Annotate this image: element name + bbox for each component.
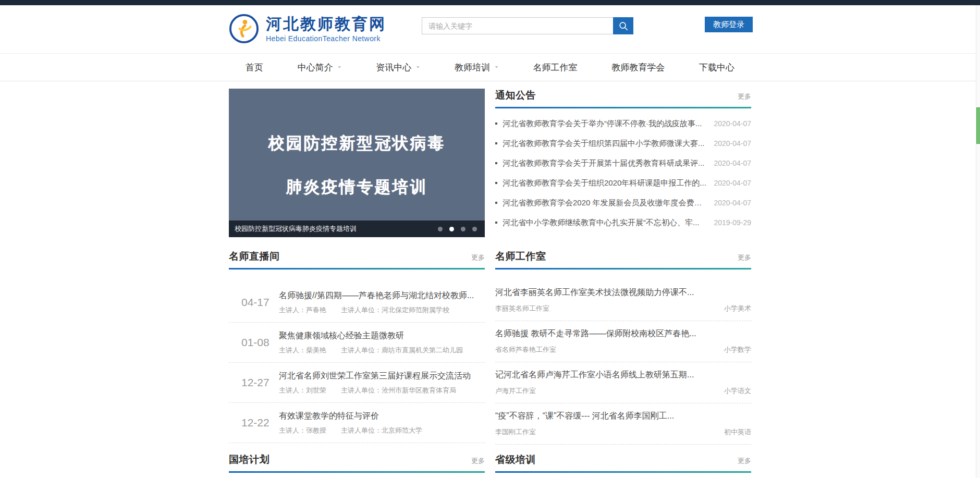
carousel-dot-active[interactable] <box>449 227 454 231</box>
live-item[interactable]: 04-17 名师驰援//第四期——芦春艳老师与湖北结对校教师... 主讲人：芦春… <box>229 283 485 323</box>
carousel-dots <box>438 227 477 231</box>
notice-date: 2020-04-07 <box>714 179 751 187</box>
bullet-icon <box>495 202 497 204</box>
chevron-down-icon: ▼ <box>415 65 420 69</box>
chevron-down-icon: ▼ <box>337 65 342 69</box>
banner-title-line1: 校园防控新型冠状病毒 <box>229 132 485 154</box>
site-title: 河北教师教育网 <box>266 15 386 33</box>
studio-list: 河北省李丽英名师工作室美术技法微视频助力停课不... 李丽英名师工作室 小学美术… <box>495 280 751 445</box>
nav-item-download-center[interactable]: 下载中心 <box>699 62 734 73</box>
notice-text: 河北省教师教育学会2020 年发展新会员及收缴年度会费的... <box>503 198 714 208</box>
studio-item[interactable]: 名师驰援 教研不走寻常路——保师附校南校区芦春艳... 省名师芦春艳工作室 小学… <box>495 321 751 362</box>
national-training-section: 国培计划 更多 <box>229 453 485 473</box>
bullet-icon <box>495 142 497 144</box>
banner-title-line2: 肺炎疫情专题培训 <box>229 176 485 198</box>
notice-item[interactable]: 河北省教师教育学会关于开展第十届优秀教育科研成果评... 2020-04-07 <box>495 153 751 173</box>
live-item-title: 名师驰援//第四期——芦春艳老师与湖北结对校教师... <box>279 290 485 301</box>
notice-item[interactable]: 河北省中小学教师继续教育中心扎实开展“不忘初心、牢... 2019-09-29 <box>495 213 751 232</box>
live-speaker: 主讲人：张教授 <box>279 426 326 435</box>
teacher-login-button[interactable]: 教师登录 <box>705 17 753 32</box>
notice-text: 河北省中小学教师继续教育中心扎实开展“不忘初心、牢... <box>503 218 714 228</box>
national-training-more-link[interactable]: 更多 <box>471 456 485 465</box>
logo-emblem-icon <box>229 14 259 44</box>
bullet-icon <box>495 182 497 184</box>
search-input[interactable] <box>422 17 613 34</box>
live-item[interactable]: 12-27 河北省名师刘世荣工作室第三届好课程展示交流活动 主讲人：刘世荣 主讲… <box>229 363 485 403</box>
search-box <box>422 17 633 34</box>
studio-item[interactable]: 记河北省名师卢海芹工作室小语名师线上教研第五期... 卢海芹工作室 小学语文 <box>495 362 751 403</box>
notices-title: 通知公告 <box>495 89 536 102</box>
provincial-training-section: 省级培训 更多 <box>495 453 751 473</box>
live-broadcast-section: 名师直播间 更多 04-17 名师驰援//第四期——芦春艳老师与湖北结对校教师.… <box>229 250 485 443</box>
live-title: 名师直播间 <box>229 250 280 263</box>
live-speaker: 主讲人：芦春艳 <box>279 305 326 314</box>
notice-date: 2020-04-07 <box>714 199 751 207</box>
browser-top-strip <box>0 0 980 5</box>
scrollbar-thumb[interactable] <box>976 107 980 144</box>
nav-label: 中心简介 <box>298 62 333 73</box>
studio-name: 省名师芦春艳工作室 <box>495 345 556 354</box>
provincial-training-title: 省级培训 <box>495 453 536 467</box>
bullet-icon <box>495 122 497 125</box>
notice-text: 河北省教师教育学会关于组织第四届中小学教师微课大赛... <box>503 139 714 149</box>
live-org: 主讲人单位：北京师范大学 <box>341 426 422 435</box>
bullet-icon <box>495 222 497 224</box>
notice-date: 2020-04-07 <box>714 159 751 167</box>
nav-item-master-studios[interactable]: 名师工作室 <box>533 62 578 73</box>
studio-item-title: “疫”不容辞，“课”不容缓--- 河北省名师李国刚工... <box>495 411 751 421</box>
live-date: 04-17 <box>241 296 279 309</box>
section-underline <box>495 268 751 269</box>
studio-item-title: 记河北省名师卢海芹工作室小语名师线上教研第五期... <box>495 370 751 380</box>
live-date: 01-08 <box>241 336 279 349</box>
live-item[interactable]: 01-08 聚焦健康领域核心经验主题微教研 主讲人：柴美艳 主讲人单位：廊坊市直… <box>229 323 485 363</box>
carousel-dot[interactable] <box>461 227 466 231</box>
page-scrollbar[interactable] <box>976 5 980 478</box>
notice-item[interactable]: 河北省教师教育学会关于举办“停课不停教·我的战疫故事... 2020-04-07 <box>495 114 751 133</box>
nav-label: 下载中心 <box>699 62 734 73</box>
notice-item[interactable]: 河北省教师教育学会关于组织第四届中小学教师微课大赛... 2020-04-07 <box>495 133 751 153</box>
main-content: 校园防控新型冠状病毒 肺炎疫情专题培训 校园防控新型冠状病毒肺炎疫情专题培训 通… <box>229 89 751 473</box>
nav-item-home[interactable]: 首页 <box>246 62 263 73</box>
live-list: 04-17 名师驰援//第四期——芦春艳老师与湖北结对校教师... 主讲人：芦春… <box>229 283 485 443</box>
nav-item-news-center[interactable]: 资讯中心 ▼ <box>376 62 420 73</box>
nav-item-education-society[interactable]: 教师教育学会 <box>611 62 665 73</box>
notice-text: 河北省教师教育学会关于开展第十届优秀教育科研成果评... <box>503 158 714 168</box>
studio-name: 李丽英名师工作室 <box>495 304 549 313</box>
studios-more-link[interactable]: 更多 <box>738 253 751 262</box>
search-icon <box>618 21 629 31</box>
live-item[interactable]: 12-22 有效课堂教学的特征与评价 主讲人：张教授 主讲人单位：北京师范大学 <box>229 403 485 443</box>
nav-item-teacher-training[interactable]: 教师培训 ▼ <box>455 62 499 73</box>
notices-more-link[interactable]: 更多 <box>738 92 751 101</box>
nav-label: 教师培训 <box>455 62 490 73</box>
nav-label: 首页 <box>246 62 263 73</box>
notice-date: 2020-04-07 <box>714 119 751 128</box>
national-training-title: 国培计划 <box>229 453 270 467</box>
main-navigation: 首页 中心简介 ▼ 资讯中心 ▼ 教师培训 ▼ 名师工作室 教师教育学会 下载中… <box>0 54 980 81</box>
studio-subject-tag: 小学语文 <box>724 386 751 395</box>
notice-date: 2019-09-29 <box>714 218 751 227</box>
studio-item-title: 名师驰援 教研不走寻常路——保师附校南校区芦春艳... <box>495 328 751 339</box>
section-underline <box>229 471 485 473</box>
live-more-link[interactable]: 更多 <box>471 253 485 262</box>
notice-item[interactable]: 河北省教师教育学会2020 年发展新会员及收缴年度会费的... 2020-04-… <box>495 193 751 213</box>
notice-item[interactable]: 河北省教师教育学会关于组织2020年科研课题申报工作的... 2020-04-0… <box>495 173 751 193</box>
studio-subject-tag: 小学数学 <box>724 345 751 354</box>
studio-item[interactable]: “疫”不容辞，“课”不容缓--- 河北省名师李国刚工... 李国刚工作室 初中英… <box>495 403 751 445</box>
section-underline <box>495 471 751 473</box>
site-logo[interactable]: 河北教师教育网 Hebei EducationTeacher Network <box>229 14 386 44</box>
carousel-dot[interactable] <box>472 227 477 231</box>
nav-label: 资讯中心 <box>376 62 411 73</box>
notices-section: 通知公告 更多 河北省教师教育学会关于举办“停课不停教·我的战疫故事... 20… <box>495 89 751 232</box>
nav-label: 教师教育学会 <box>611 62 665 73</box>
hero-carousel[interactable]: 校园防控新型冠状病毒 肺炎疫情专题培训 校园防控新型冠状病毒肺炎疫情专题培训 <box>229 89 485 237</box>
provincial-training-more-link[interactable]: 更多 <box>738 456 751 465</box>
live-org: 主讲人单位：沧州市新华区教育体育局 <box>341 386 456 395</box>
live-org: 主讲人单位：河北保定师范附属学校 <box>341 305 449 314</box>
live-speaker: 主讲人：刘世荣 <box>279 386 326 395</box>
search-button[interactable] <box>613 17 633 34</box>
live-item-title: 有效课堂教学的特征与评价 <box>279 411 485 421</box>
studio-item[interactable]: 河北省李丽英名师工作室美术技法微视频助力停课不... 李丽英名师工作室 小学美术 <box>495 280 751 321</box>
nav-item-center-intro[interactable]: 中心简介 ▼ <box>298 62 342 73</box>
carousel-dot[interactable] <box>438 227 443 231</box>
section-underline <box>229 268 485 269</box>
